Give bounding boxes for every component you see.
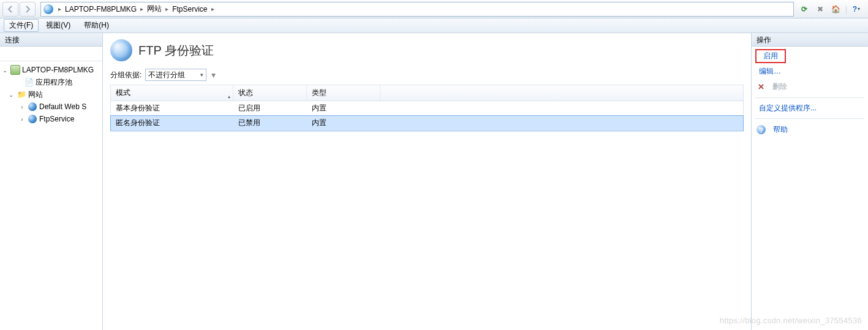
column-type[interactable]: 类型 [307, 85, 380, 101]
help-button[interactable]: ?▾ [850, 2, 863, 16]
stop-button[interactable]: ✖ [813, 2, 827, 16]
tree-ftpservice[interactable]: › FtpService [1, 113, 101, 125]
folder-icon: 📁 [17, 90, 26, 99]
breadcrumb-sep: ▸ [137, 6, 147, 12]
cell-type: 内置 [307, 101, 380, 115]
page-title-row: FTP 身份验证 [110, 33, 744, 66]
action-enable-highlight: 启用 [755, 49, 864, 63]
cell-mode: 基本身份验证 [111, 101, 233, 115]
globe-icon [28, 114, 37, 124]
breadcrumb[interactable]: ▸ LAPTOP-FM8PLMKG ▸ 网站 ▸ FtpService ▸ [40, 2, 794, 17]
breadcrumb-item[interactable]: 网站 [147, 4, 162, 14]
page-title: FTP 身份验证 [138, 42, 214, 59]
tree-server[interactable]: ⌄ LAPTOP-FM8PLMKG [1, 64, 101, 76]
tree-default-site[interactable]: › Default Web S [1, 101, 101, 113]
apppool-icon: 📄 [24, 77, 34, 87]
arrow-right-icon [23, 5, 32, 13]
watermark: https://blog.csdn.net/weixin_37554536 [720, 316, 862, 325]
chevron-down-icon: ▾ [858, 6, 860, 12]
breadcrumb-sep: ▸ [208, 6, 218, 12]
action-custom-providers[interactable]: 自定义提供程序... [755, 102, 864, 115]
tree-server-label: LAPTOP-FM8PLMKG [22, 66, 94, 74]
group-by-row: 分组依据: 不进行分组 ▾ ▾ [110, 66, 744, 83]
group-by-value: 不进行分组 [148, 70, 185, 80]
breadcrumb-sep: ▸ [162, 6, 172, 12]
globe-icon [28, 102, 37, 112]
back-button[interactable] [2, 2, 18, 17]
expander-icon[interactable]: › [18, 116, 26, 123]
ftp-auth-icon [110, 39, 132, 61]
menu-file-label: 文件(F) [9, 21, 33, 29]
expander-icon[interactable]: ⌄ [1, 67, 9, 74]
separator [755, 118, 864, 119]
expander-icon[interactable]: › [18, 104, 26, 110]
nav-bar: ▸ LAPTOP-FM8PLMKG ▸ 网站 ▸ FtpService ▸ ⟳ … [0, 0, 868, 18]
expander-icon[interactable]: ⌄ [7, 91, 15, 98]
actions-header: 操作 [752, 33, 868, 47]
action-enable[interactable]: 启用 [760, 50, 782, 61]
arrow-left-icon [6, 5, 15, 13]
tree-ftpservice-label: FtpService [39, 115, 74, 123]
actions-list: 启用 编辑… ✕ 删除 自定义提供程序... ? 帮助 [752, 47, 868, 139]
breadcrumb-item[interactable]: LAPTOP-FM8PLMKG [65, 5, 137, 13]
home-button[interactable]: 🏠 [829, 2, 843, 16]
action-help-label: 帮助 [769, 123, 791, 136]
nav-right-icons: ⟳ ✖ 🏠 | ?▾ [798, 2, 866, 16]
stop-icon: ✖ [817, 5, 823, 13]
column-mode[interactable]: 模式 [111, 85, 233, 101]
separator [755, 98, 864, 98]
group-by-combobox[interactable]: 不进行分组 ▾ [145, 69, 206, 81]
main-columns: 连接 ⌄ LAPTOP-FM8PLMKG 📄 应用程序池 ⌄ 📁 网站 › De [0, 33, 868, 330]
connections-tree: ⌄ LAPTOP-FM8PLMKG 📄 应用程序池 ⌄ 📁 网站 › Defau… [0, 61, 102, 128]
actions-panel: 操作 启用 编辑… ✕ 删除 自定义提供程序... ? 帮助 [752, 33, 868, 330]
action-delete[interactable]: ✕ 删除 [755, 80, 864, 94]
breadcrumb-item[interactable]: FtpService [172, 5, 207, 13]
refresh-button[interactable]: ⟳ [798, 2, 811, 16]
tree-sites[interactable]: ⌄ 📁 网站 [1, 88, 101, 101]
tree-sites-label: 网站 [28, 90, 43, 100]
help-icon: ? [853, 5, 857, 13]
cell-status: 已禁用 [233, 116, 307, 130]
menu-bar: 文件(F) 视图(V) 帮助(H) [0, 18, 868, 33]
connections-toolbar[interactable] [0, 47, 102, 61]
action-edit[interactable]: 编辑… [755, 65, 864, 78]
tree-app-pools-label: 应用程序池 [36, 77, 72, 88]
cell-mode: 匿名身份验证 [111, 116, 233, 130]
connections-panel: 连接 ⌄ LAPTOP-FM8PLMKG 📄 应用程序池 ⌄ 📁 网站 › De [0, 33, 103, 330]
globe-icon [43, 4, 53, 14]
action-delete-label: 删除 [769, 80, 791, 93]
grid-row[interactable]: 匿名身份验证 已禁用 内置 [111, 116, 743, 131]
group-by-label: 分组依据: [110, 70, 142, 80]
menu-file[interactable]: 文件(F) [4, 19, 39, 32]
refresh-icon: ⟳ [801, 5, 807, 13]
grid-body: 基本身份验证 已启用 内置 匿名身份验证 已禁用 内置 [111, 101, 743, 131]
menu-view-label: 视图(V) [46, 21, 70, 29]
help-icon: ? [757, 125, 766, 134]
forward-button[interactable] [20, 2, 36, 17]
group-by-clear-button[interactable]: ▾ [211, 70, 216, 80]
connections-header: 连接 [0, 33, 102, 47]
cell-type: 内置 [307, 116, 380, 130]
delete-icon: ✕ [757, 82, 765, 91]
tree-app-pools[interactable]: 📄 应用程序池 [1, 76, 101, 88]
action-help[interactable]: ? 帮助 [755, 123, 864, 137]
breadcrumb-sep: ▸ [55, 6, 65, 12]
menu-help-label: 帮助(H) [84, 21, 109, 29]
auth-grid: 模式 状态 类型 基本身份验证 已启用 内置 匿名身份验证 已禁用 内置 [110, 85, 744, 131]
tree-default-site-label: Default Web S [39, 102, 86, 111]
content-panel: FTP 身份验证 分组依据: 不进行分组 ▾ ▾ 模式 状态 类型 基本身份验证… [103, 33, 752, 330]
menu-view[interactable]: 视图(V) [40, 19, 77, 32]
column-status[interactable]: 状态 [233, 85, 307, 101]
home-icon: 🏠 [831, 5, 840, 13]
chevron-down-icon: ▾ [200, 72, 203, 78]
cell-status: 已启用 [233, 101, 307, 115]
menu-help[interactable]: 帮助(H) [78, 19, 115, 32]
grid-row[interactable]: 基本身份验证 已启用 内置 [111, 101, 743, 116]
server-icon [10, 65, 20, 75]
grid-header: 模式 状态 类型 [111, 85, 743, 101]
